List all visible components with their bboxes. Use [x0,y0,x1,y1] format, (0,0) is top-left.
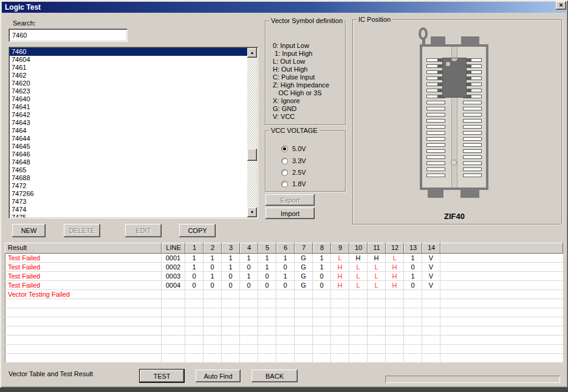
list-item[interactable]: 74620 [10,79,247,87]
list-item[interactable]: 74645 [10,143,247,150]
zif-lever-icon [419,27,428,40]
list-item[interactable]: 7464 [10,127,247,135]
list-item[interactable]: 74643 [10,119,247,127]
list-item[interactable]: 7473 [10,198,247,206]
search-input[interactable] [9,29,128,42]
list-item[interactable]: 74646 [10,150,247,158]
vector-cell [276,290,295,299]
table-row[interactable]: Test Failed0003010101G0HLLH1V [5,272,563,281]
chip-pin [437,65,443,68]
vector-cell [422,317,440,326]
spacer-cell [440,254,563,262]
empty-row[interactable] [5,326,563,336]
list-item[interactable]: 7472 [10,182,247,190]
scroll-down-icon[interactable]: ▼ [247,208,257,217]
footer-label: Vector Table and Test Result [9,370,93,377]
spacer-cell [440,345,563,353]
back-button[interactable]: BACK [251,370,298,382]
empty-row[interactable] [5,308,563,317]
header-pin-9: 9 [331,243,349,254]
vcc-option-3.3v[interactable]: 3.3V [281,157,306,165]
vector-cell [422,308,440,317]
auto-find-button[interactable]: Auto Find [196,370,241,382]
legend-line: C: Pulse Input [273,73,329,81]
vector-cell [185,317,204,326]
spacer-cell [440,290,563,299]
list-item[interactable]: 7474 [10,206,247,214]
dut-chip-icon [442,58,467,98]
table-row[interactable]: Test Failed0004000000G0HLLH0V [5,281,563,290]
close-icon[interactable]: × [556,1,566,10]
list-item[interactable]: 74641 [10,103,247,111]
list-item[interactable]: 74644 [10,135,247,143]
zif-pin-slot [463,174,482,177]
list-item[interactable]: 74640 [10,95,247,103]
header-pin-6: 6 [276,243,295,254]
list-item[interactable]: 7465 [10,166,247,174]
vector-cell: 0 [276,263,295,271]
list-item[interactable]: 7460 [10,48,247,56]
vector-cell: 1 [204,254,222,262]
empty-row[interactable] [5,299,563,308]
chip-pin1-dot [446,62,450,66]
scrollbar-thumb[interactable] [247,149,257,161]
vector-cell [313,317,331,326]
vector-cell: 0 [204,281,222,289]
copy-button[interactable]: COPY [179,224,216,237]
vector-cell [185,308,204,317]
status-row[interactable]: Vector Testing Failed [5,290,563,299]
scroll-up-icon[interactable]: ▲ [247,48,257,58]
spacer-cell [440,263,563,271]
vector-cell [222,326,240,335]
vector-cell: 1 [258,254,276,262]
result-cell: Test Failed [5,254,162,262]
list-item[interactable]: 7462 [10,72,247,79]
table-row[interactable]: Test Failed0001111111G1LHHL1V [5,254,563,263]
vector-cell: 1 [185,263,204,271]
vector-cell [204,290,222,299]
list-item[interactable]: 74604 [10,56,247,64]
vector-symbol-group-title: Vector Symbol definition [269,17,344,24]
vcc-option-1.8v[interactable]: 1.8V [281,180,306,188]
header-pin-8: 8 [313,243,331,254]
list-item[interactable]: 7461 [10,64,247,72]
list-item[interactable]: 74688 [10,174,247,182]
vector-cell [313,326,331,335]
empty-row[interactable] [5,354,563,363]
ic-list-items: 7460746047461746274620746237464074641746… [10,48,247,217]
vector-cell: V [422,272,440,280]
list-item[interactable]: 7475 [10,214,247,217]
vector-cell: H [386,272,404,280]
vector-cell: 1 [313,263,331,271]
vector-cell: 1 [258,263,276,271]
vector-cell [404,345,422,353]
empty-row[interactable] [5,336,563,345]
legend-line: V: VCC [273,113,329,121]
list-item[interactable]: 74623 [10,87,247,95]
vector-cell [331,336,349,344]
empty-row[interactable] [5,317,563,326]
zif-pin-slot [463,131,482,135]
window-title: Logic Test [2,3,41,12]
result-cell [5,326,162,335]
import-button[interactable]: Import [265,208,315,219]
zif-pin-slot [426,113,445,117]
vector-cell: 1 [240,272,258,280]
table-row[interactable]: Test Failed0002101010G1HLLH0V [5,263,563,272]
legend-line: H: Out High [273,66,329,73]
line-cell: 0004 [162,281,185,289]
new-button[interactable]: NEW [12,224,46,237]
list-item[interactable]: 747266 [10,190,247,198]
vcc-option-5.0v[interactable]: 5.0V [281,144,306,153]
list-item[interactable]: 74642 [10,111,247,119]
chip-pin [466,59,471,62]
zif-bottom-tab-right [460,190,479,198]
zif-pin-slot [463,149,482,153]
empty-row[interactable] [5,345,563,354]
result-cell [5,354,162,362]
list-scrollbar[interactable]: ▲ ▼ [247,48,257,217]
vcc-option-2.5v[interactable]: 2.5V [281,168,306,177]
test-button[interactable]: TEST [140,370,184,382]
vector-cell [240,290,258,299]
list-item[interactable]: 74648 [10,158,247,166]
